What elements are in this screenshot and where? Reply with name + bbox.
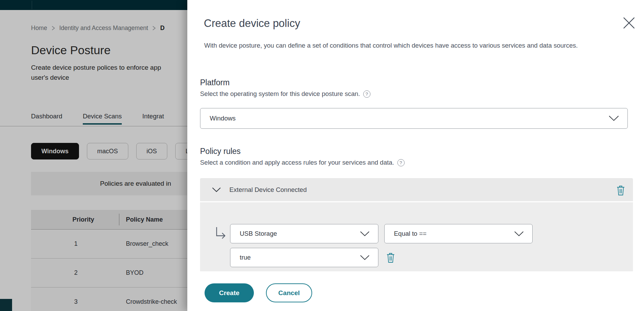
chevron-down-icon: [514, 231, 524, 237]
condition-group-header[interactable]: External Device Connected: [200, 178, 633, 201]
trash-icon: [386, 252, 395, 263]
help-icon[interactable]: ?: [397, 159, 405, 166]
policy-rules-heading: Policy rules: [200, 147, 241, 156]
rule-field-select[interactable]: USB Storage: [230, 224, 378, 243]
platform-hint-row: Select the operating system for this dev…: [200, 90, 370, 98]
rule-field-value: USB Storage: [240, 230, 277, 237]
screen: Home Identity and Access Management D De…: [0, 0, 644, 311]
help-icon[interactable]: ?: [363, 90, 370, 98]
modal-description: With device posture, you can define a se…: [204, 41, 627, 50]
rule-value-select[interactable]: true: [230, 248, 378, 267]
rule-operator-select[interactable]: Equal to ==: [384, 224, 533, 243]
policy-rules-hint-row: Select a condition and apply access rule…: [200, 159, 405, 166]
chevron-down-icon: [212, 187, 221, 193]
chevron-down-icon: [360, 255, 370, 261]
close-icon: [623, 17, 635, 29]
platform-select-value: Windows: [210, 115, 236, 122]
chevron-down-icon: [608, 115, 619, 122]
branch-arrow-icon: [216, 227, 227, 240]
delete-rule-button[interactable]: [385, 251, 396, 264]
platform-hint-text: Select the operating system for this dev…: [200, 90, 360, 98]
create-button[interactable]: Create: [205, 283, 254, 302]
modal-title: Create device policy: [204, 17, 300, 30]
delete-condition-button[interactable]: [615, 184, 626, 196]
platform-select[interactable]: Windows: [200, 108, 628, 129]
platform-heading: Platform: [200, 78, 230, 87]
chevron-down-icon: [360, 231, 370, 237]
close-button[interactable]: [622, 16, 636, 30]
condition-group-label: External Device Connected: [229, 186, 307, 194]
rule-operator-value: Equal to ==: [394, 230, 427, 237]
create-device-policy-modal: Create device policy With device posture…: [187, 0, 644, 311]
cancel-button[interactable]: Cancel: [266, 283, 312, 302]
rule-value: true: [240, 254, 251, 261]
trash-icon: [616, 185, 625, 196]
policy-rules-hint-text: Select a condition and apply access rule…: [200, 159, 394, 166]
